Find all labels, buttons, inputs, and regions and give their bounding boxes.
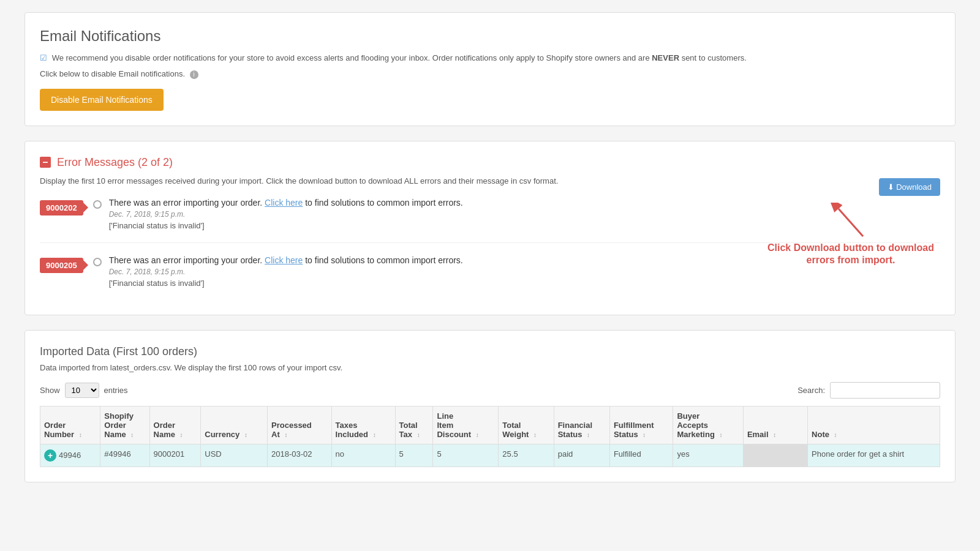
error-description: Display the first 10 error messages rece… [40,176,940,186]
cell-total-tax: 5 [395,444,433,467]
cell-shopify-order-name: #49946 [100,444,149,467]
entries-label: entries [104,386,128,395]
col-total-tax: TotalTax ↕ [395,406,433,444]
col-taxes-included: TaxesIncluded ↕ [331,406,395,444]
svg-line-1 [839,209,863,236]
error-timestamp-1: Dec. 7, 2018, 9:15 p.m. [109,210,463,219]
col-line-item-discount: LineItemDiscount ↕ [433,406,499,444]
error-circle-2 [93,258,102,266]
error-message-2: There was an error importing your order.… [109,255,463,265]
error-circle-1 [93,200,102,209]
cell-order-number: + 49946 [40,444,100,467]
error-toggle-icon[interactable]: – [40,157,51,168]
col-note: Note ↕ [808,406,940,444]
col-email: Email ↕ [743,406,807,444]
cell-order-name: 9000201 [149,444,201,467]
arrow-svg [826,203,875,239]
cell-email [743,444,807,467]
search-container: Search: [797,382,940,399]
error-detail-1: ['Financial status is invalid'] [109,221,463,230]
download-annotation: Click Download button to download errors… [765,203,937,268]
show-label: Show [40,386,60,395]
disable-email-notifications-button[interactable]: Disable Email Notifications [40,89,164,111]
notice-text: We recommend you disable order notificat… [52,53,652,62]
checkbox-icon: ☑ [40,53,47,62]
col-processed-at: ProcessedAt ↕ [268,406,332,444]
search-input[interactable] [830,382,940,399]
col-financial-status: FinancialStatus ↕ [554,406,609,444]
error-messages-section: – Error Messages (2 of 2) Display the fi… [24,141,956,315]
cell-currency: USD [201,444,268,467]
cell-taxes-included: no [331,444,395,467]
notice-end: sent to customers. [679,53,747,62]
error-order-badge-2: 9000205 [40,258,83,273]
table-row: + 49946 #49946 9000201 USD 2018-03-02 no… [40,444,940,467]
error-content-2: There was an error importing your order.… [109,255,463,288]
error-order-badge-1: 9000202 [40,200,83,216]
imported-data-title: Imported Data (First 100 orders) [40,345,940,358]
cell-financial-status: paid [554,444,609,467]
imported-data-section: Imported Data (First 100 orders) Data im… [24,330,956,482]
row-expand-icon[interactable]: + [44,449,56,462]
click-here-link-1[interactable]: Click here [265,198,303,208]
error-timestamp-2: Dec. 7, 2018, 9:15 p.m. [109,268,463,276]
col-order-name: OrderName ↕ [149,406,201,444]
entries-select[interactable]: 10 25 50 100 [65,383,99,398]
cell-processed-at: 2018-03-02 [268,444,332,467]
error-message-1: There was an error importing your order.… [109,198,463,208]
notice-never: NEVER [652,53,679,62]
error-content-1: There was an error importing your order.… [109,198,463,230]
data-table: OrderNumber ↕ ShopifyOrderName ↕ OrderNa… [40,406,940,467]
error-detail-2: ['Financial status is invalid'] [109,279,463,288]
info-icon[interactable]: i [190,70,198,79]
show-entries-control: Show 10 25 50 100 entries [40,383,128,398]
table-header-row: OrderNumber ↕ ShopifyOrderName ↕ OrderNa… [40,406,940,444]
col-buyer-accepts-marketing: BuyerAcceptsMarketing ↕ [673,406,743,444]
col-currency: Currency ↕ [201,406,268,444]
click-here-link-2[interactable]: Click here [265,255,303,265]
sub-notice-text: Click below to disable Email notificatio… [40,69,940,79]
col-shopify-order-name: ShopifyOrderName ↕ [100,406,149,444]
cell-fulfillment-status: Fulfilled [609,444,673,467]
email-notifications-section: Email Notifications ☑ We recommend you d… [24,12,956,126]
col-total-weight: TotalWeight ↕ [499,406,554,444]
imported-data-description: Data imported from latest_orders.csv. We… [40,363,940,372]
cell-note: Phone order for get a shirt [808,444,940,467]
error-header: – Error Messages (2 of 2) [40,156,940,169]
download-button[interactable]: ⬇ Download [879,178,940,196]
error-title: Error Messages (2 of 2) [57,156,173,169]
col-fulfillment-status: FulfillmentStatus ↕ [609,406,673,444]
cell-line-item-discount: 5 [433,444,499,467]
table-controls: Show 10 25 50 100 entries Search: [40,382,940,399]
cell-total-weight: 25.5 [499,444,554,467]
email-notifications-title: Email Notifications [40,28,940,45]
annotation-text: Click Download button to download errors… [765,242,937,268]
email-notice: ☑ We recommend you disable order notific… [40,52,940,64]
search-label: Search: [797,386,825,395]
cell-buyer-accepts-marketing: yes [673,444,743,467]
col-order-number: OrderNumber ↕ [40,406,100,444]
